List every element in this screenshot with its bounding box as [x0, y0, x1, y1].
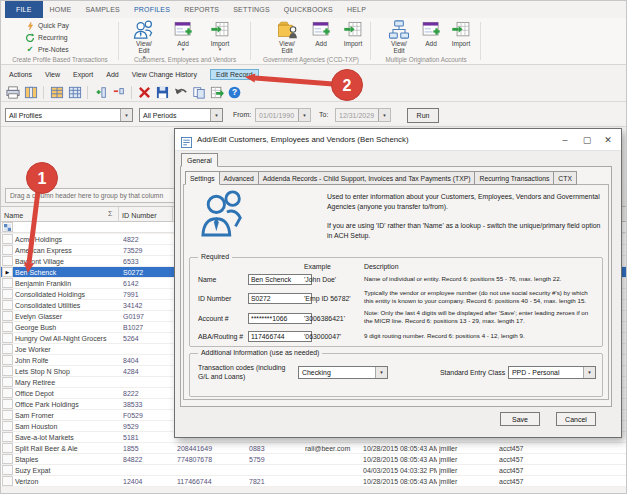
chevron-down-icon[interactable]: ▼ — [375, 367, 387, 378]
table-row[interactable]: Suzy Expat04/03/2015 04:03:32 PMjmillera… — [1, 465, 627, 476]
chevron-down-icon[interactable]: ▼ — [583, 367, 595, 378]
menu-bar: Actions View Export Add View Change Hist… — [1, 67, 627, 82]
account-number-description: Note: Only the last 4 digits will be dis… — [364, 309, 598, 325]
to-date-field: 12/31/2029 ▼ — [335, 108, 391, 122]
export-excel-icon[interactable] — [209, 85, 224, 100]
name-label: Name — [198, 276, 216, 283]
name-field[interactable] — [248, 274, 312, 285]
import-grid-icon — [337, 19, 369, 40]
cell-id: 34142 — [123, 302, 169, 311]
tab-profiles[interactable]: PROFILES — [127, 1, 177, 18]
chevron-down-icon[interactable]: ▼ — [210, 109, 222, 121]
menu-actions[interactable]: Actions — [9, 71, 32, 78]
tab-recurring-transactions[interactable]: Recurring Transactions — [475, 171, 554, 185]
customers-illustration-icon — [201, 189, 247, 241]
id-number-field[interactable] — [248, 293, 312, 304]
undo-icon[interactable] — [173, 85, 188, 100]
group-by-hint[interactable]: Drag a column header here to group by th… — [5, 188, 175, 203]
tab-samples[interactable]: SAMPLES — [78, 1, 126, 18]
column-header-name[interactable]: Name Σ — [1, 207, 119, 222]
view-edit-customers-button[interactable]: View/ Edit ▾ — [123, 19, 165, 59]
import-agencies-button[interactable]: Import — [337, 19, 369, 59]
tab-general[interactable]: General — [181, 153, 218, 167]
grid-settings-icon[interactable] — [49, 85, 64, 100]
quick-pay-button[interactable]: Quick Pay — [25, 20, 69, 31]
account-number-example: '3006386421' — [304, 315, 345, 322]
tab-help[interactable]: HELP — [340, 1, 373, 18]
import-accounts-button[interactable]: Import — [445, 19, 477, 59]
cell-id: 38533 — [123, 401, 169, 410]
menu-add[interactable]: Add — [106, 71, 118, 78]
grid-view-icon[interactable] — [67, 85, 82, 100]
filter-grid-icon — [2, 222, 13, 232]
tab-settings[interactable]: SETTINGS — [226, 1, 277, 18]
sum-icon[interactable]: Σ — [108, 210, 112, 217]
tab-addenda-records[interactable]: Addenda Records - Child Support, Invoice… — [259, 171, 476, 185]
cell-name: John Rolfe — [15, 357, 117, 366]
required-groupbox: Required Example Description Name 'John … — [189, 257, 603, 347]
cell-email — [305, 467, 359, 476]
menu-export[interactable]: Export — [73, 71, 93, 78]
dialog-title-bar[interactable]: Add/Edit Customers, Employees and Vendor… — [175, 129, 621, 151]
transaction-codes-dropdown[interactable]: Checking ▼ — [298, 366, 388, 379]
remove-column-icon[interactable] — [111, 85, 126, 100]
view-edit-accounts-button[interactable]: View/ Edit — [381, 19, 417, 59]
close-icon[interactable]: ✕ — [600, 132, 616, 147]
chevron-down-icon[interactable]: ▼ — [120, 109, 132, 121]
row-indicator — [2, 476, 13, 486]
view-edit-agencies-button[interactable]: View/ Edit — [269, 19, 305, 59]
menu-edit-record[interactable]: Edit Record — [210, 69, 259, 80]
row-indicator — [2, 234, 13, 244]
help-icon[interactable]: ? — [227, 85, 242, 100]
cell-changed: 10/28/2015 08:05:43 AM — [363, 456, 437, 465]
tab-home[interactable]: HOME — [43, 1, 79, 18]
id-number-description: Typically the vendor or employee number … — [364, 289, 598, 305]
run-button[interactable]: Run — [407, 108, 439, 123]
cell-name: American Express — [15, 247, 117, 256]
cell-id: 9529 — [123, 423, 169, 432]
tab-advanced[interactable]: Advanced — [220, 171, 259, 185]
table-row[interactable]: Verizon12404117466744782110/28/2015 08:0… — [1, 476, 627, 487]
import-customers-button[interactable]: Import ▾ — [201, 19, 239, 59]
profiles-dropdown[interactable]: All Profiles ▼ — [5, 108, 133, 122]
periods-dropdown[interactable]: All Periods ▼ — [139, 108, 223, 122]
add-edit-dialog: Add/Edit Customers, Employees and Vendor… — [174, 128, 622, 438]
copy-icon[interactable] — [191, 85, 206, 100]
add-agency-button[interactable]: Add — [307, 19, 335, 59]
save-icon[interactable] — [155, 85, 170, 100]
cell-name: Consolidated Utilities — [15, 302, 117, 311]
cell-id: G0197 — [123, 313, 169, 322]
cancel-button[interactable]: Cancel — [556, 412, 596, 426]
tab-quickbooks[interactable]: QUICKBOOKS — [277, 1, 340, 18]
table-row[interactable]: Staples84822774807678575910/28/2015 08:0… — [1, 454, 627, 465]
recurring-button[interactable]: Recurring — [25, 32, 67, 43]
tab-ctx[interactable]: CTX — [554, 171, 577, 185]
maximize-button[interactable]: ▢ — [579, 132, 595, 147]
tab-file[interactable]: FILE — [5, 1, 43, 18]
row-indicator — [2, 300, 13, 310]
minimize-button[interactable]: – — [557, 132, 573, 147]
save-button[interactable]: Save — [500, 412, 540, 426]
cell-id: 7991 — [123, 291, 169, 300]
add-column-icon[interactable] — [93, 85, 108, 100]
add-account-button[interactable]: Add — [417, 19, 445, 59]
filter-bar: All Profiles ▼ All Periods ▼ From: 01/01… — [1, 103, 627, 127]
tab-settings[interactable]: Settings — [185, 171, 220, 185]
print-icon[interactable] — [5, 85, 20, 100]
group-divider — [480, 22, 481, 60]
table-row[interactable]: Split Rail Beer & Ale18552084416490883ra… — [1, 443, 627, 454]
intro-text-2: If you are using 'ID' rather than 'Name'… — [327, 221, 605, 240]
delete-icon[interactable] — [137, 85, 152, 100]
menu-view-change-history[interactable]: View Change History — [132, 71, 197, 78]
row-indicator — [2, 366, 13, 376]
columns-icon[interactable] — [23, 85, 38, 100]
cell-name: Verizon — [15, 478, 117, 487]
column-header-id-number[interactable]: ID Number Σ — [119, 207, 173, 222]
tab-reports[interactable]: REPORTS — [177, 1, 226, 18]
pre-notes-button[interactable]: ✔ Pre-Notes — [25, 44, 69, 55]
account-number-field[interactable] — [248, 313, 312, 324]
aba-routing-field[interactable] — [248, 331, 312, 342]
standard-entry-class-dropdown[interactable]: PPD - Personal ▼ — [508, 366, 596, 379]
menu-view[interactable]: View — [45, 71, 60, 78]
add-customer-button[interactable]: Add ▾ — [167, 19, 199, 59]
